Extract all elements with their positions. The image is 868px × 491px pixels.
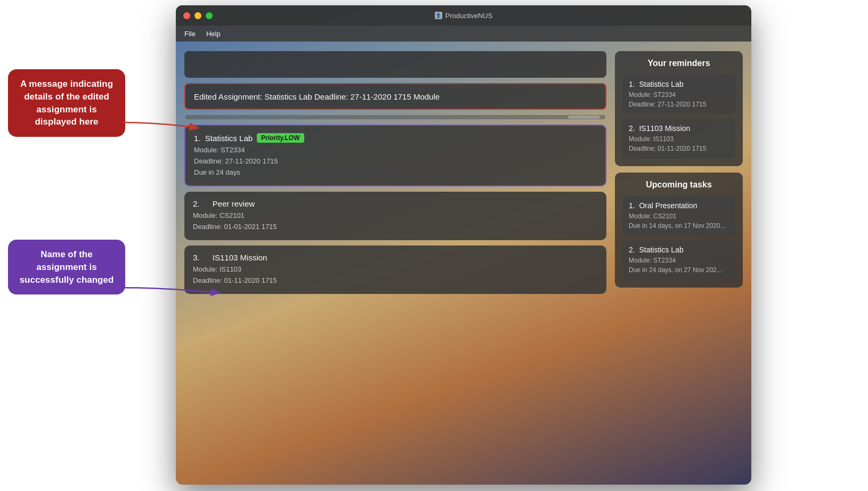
menu-file[interactable]: File: [184, 30, 196, 38]
command-input[interactable]: [191, 60, 600, 69]
assignment-card-2-detail: Module: CS2101 Deadline: 01-01-2021 1715: [193, 210, 598, 233]
window-controls: [183, 12, 213, 19]
task-item-1: 1. Oral Presentation Module: CS2101 Due …: [622, 196, 735, 236]
purple-annotation-bubble: Name of the assignment is successfully c…: [8, 240, 125, 294]
reminder-1-title: 1. Statistics Lab: [629, 80, 729, 88]
result-message: Edited Assignment: Statistics Lab Deadli…: [184, 83, 606, 110]
assignment-card-2-title: 2. Peer review: [193, 199, 598, 208]
reminder-item-1: 1. Statistics Lab Module: ST2334 Deadlin…: [622, 75, 735, 114]
assignment-card-1-detail: Module: ST2334 Deadline: 27-11-2020 1715…: [194, 145, 597, 178]
assignment-card-1[interactable]: 1. Statistics Lab Priority.LOW Module: S…: [184, 125, 606, 186]
window-title: 👤 ProductiveNUS: [435, 12, 493, 20]
reminder-2-detail: Module: IS1103 Deadline: 01-11-2020 1715: [629, 134, 729, 153]
reminders-title: Your reminders: [622, 59, 735, 68]
app-window: 👤 ProductiveNUS File Help Edited Assignm…: [176, 5, 751, 485]
reminder-item-2: 2. IS1103 Mission Module: IS1103 Deadlin…: [622, 119, 735, 159]
assignment-list: 1. Statistics Lab Priority.LOW Module: S…: [184, 125, 606, 475]
menu-help[interactable]: Help: [206, 30, 221, 38]
task-2-title: 2. Statistics Lab: [629, 246, 729, 254]
close-button[interactable]: [183, 12, 190, 19]
assignment-card-3-detail: Module: IS1103 Deadline: 01-11-2020 1715: [193, 264, 598, 287]
main-content: Edited Assignment: Statistics Lab Deadli…: [176, 42, 751, 485]
assignment-card-3-title: 3. IS1103 Mission: [193, 253, 598, 262]
assignment-card-2[interactable]: 2. Peer review Module: CS2101 Deadline: …: [184, 192, 606, 240]
task-1-detail: Module: CS2101 Due in 14 days, on 17 Nov…: [629, 211, 729, 231]
assignment-card-3[interactable]: 3. IS1103 Mission Module: IS1103 Deadlin…: [184, 246, 606, 294]
reminder-2-title: 2. IS1103 Mission: [629, 124, 729, 133]
left-panel: Edited Assignment: Statistics Lab Deadli…: [184, 51, 606, 475]
task-item-2: 2. Statistics Lab Module: ST2334 Due in …: [622, 240, 735, 280]
reminder-1-detail: Module: ST2334 Deadline: 27-11-2020 1715: [629, 90, 729, 109]
task-2-detail: Module: ST2334 Due in 24 days, on 27 Nov…: [629, 256, 729, 275]
reminders-section: Your reminders 1. Statistics Lab Module:…: [615, 51, 743, 166]
right-panel: Your reminders 1. Statistics Lab Module:…: [615, 51, 743, 475]
minimize-button[interactable]: [194, 12, 201, 19]
app-icon: 👤: [435, 12, 442, 19]
scroll-thumb: [568, 116, 600, 119]
scroll-track[interactable]: [185, 115, 605, 119]
upcoming-tasks-title: Upcoming tasks: [622, 180, 735, 190]
menu-bar: File Help: [176, 26, 751, 42]
command-input-wrap[interactable]: [184, 51, 606, 78]
assignment-card-1-title: 1. Statistics Lab Priority.LOW: [194, 133, 597, 143]
priority-badge-1: Priority.LOW: [257, 133, 304, 143]
title-bar: 👤 ProductiveNUS: [176, 5, 751, 26]
maximize-button[interactable]: [206, 12, 213, 19]
red-annotation-bubble: A message indicating details of the edit…: [8, 69, 125, 137]
upcoming-tasks-section: Upcoming tasks 1. Oral Presentation Modu…: [615, 173, 743, 288]
task-1-title: 1. Oral Presentation: [629, 201, 729, 210]
